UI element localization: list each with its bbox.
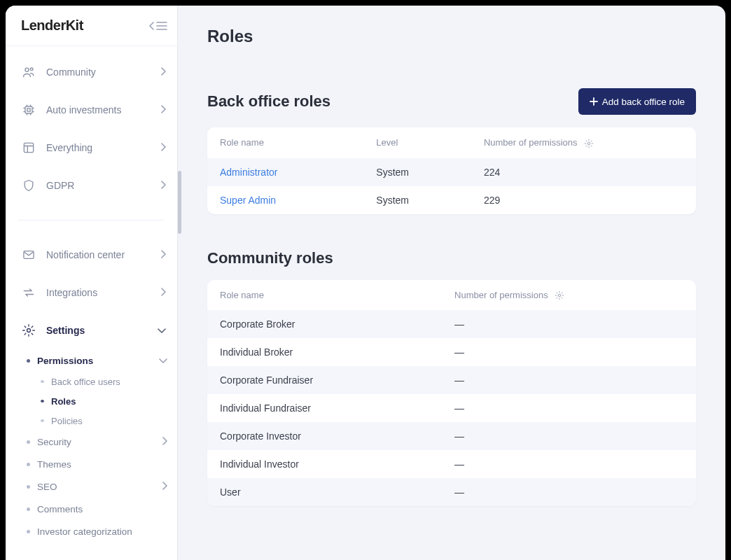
table-row[interactable]: User—: [207, 478, 696, 506]
sidebar-item-label: Auto investments: [46, 104, 160, 115]
sidebar-item-label: Settings: [46, 325, 158, 336]
gear-icon[interactable]: [555, 290, 564, 300]
brand-logo: LenderKit: [21, 18, 83, 34]
settings-sub-investor-categorization[interactable]: Investor categorization: [27, 520, 167, 542]
role-name-link[interactable]: Administrator: [220, 167, 277, 178]
sidebar-item-auto-investments[interactable]: Auto investments: [6, 91, 177, 129]
cell-role-name: Corporate Fundraiser: [207, 366, 442, 394]
chevron-right-icon: [160, 104, 166, 116]
nav-list: Community Auto investments Everything: [6, 46, 177, 560]
cell-role-name: Individual Investor: [207, 450, 442, 478]
bullet-icon: [41, 400, 44, 402]
chevron-right-icon: [160, 179, 166, 192]
sidebar-item-gdpr[interactable]: GDPR: [6, 167, 177, 204]
sidebar-item-settings[interactable]: Settings: [6, 312, 177, 349]
table-row[interactable]: Administrator System 224: [207, 158, 696, 186]
bullet-icon: [27, 530, 30, 533]
community-roles-table: Role name Number of permissions Corporat…: [207, 280, 696, 507]
table-row[interactable]: Corporate Fundraiser—: [207, 366, 696, 394]
chevron-right-icon: [160, 141, 166, 154]
chevron-down-icon: [159, 356, 167, 366]
column-header[interactable]: Role name: [207, 127, 363, 158]
cell-level: System: [363, 186, 471, 214]
settings-sub-security[interactable]: Security: [27, 430, 167, 453]
sync-icon: [21, 285, 36, 300]
permissions-sub-back-office-users[interactable]: Back office users: [41, 372, 167, 391]
settings-sub-permissions[interactable]: Permissions: [27, 349, 167, 372]
plus-icon: [590, 97, 598, 106]
settings-sub-themes[interactable]: Themes: [27, 453, 167, 475]
role-name-link[interactable]: Super Admin: [220, 195, 276, 206]
table-row[interactable]: Individual Broker—: [207, 338, 696, 366]
chevron-right-icon: [162, 482, 167, 492]
cell-role-name: Individual Fundraiser: [207, 394, 442, 422]
chevron-right-icon: [160, 248, 166, 261]
sidebar-collapse-button[interactable]: [149, 22, 167, 30]
cell-perm-count: —: [442, 422, 696, 450]
gear-icon: [21, 323, 36, 338]
column-header-label: Number of permissions: [484, 137, 578, 148]
cell-perm-count: —: [442, 394, 696, 422]
sidebar-item-community[interactable]: Community: [6, 53, 177, 91]
section-title: Community roles: [207, 249, 333, 267]
gear-icon[interactable]: [584, 139, 594, 148]
sub-item-label: Permissions: [37, 356, 93, 366]
column-header[interactable]: Number of permissions: [442, 280, 696, 311]
bullet-icon: [27, 463, 30, 466]
cell-perm-count: —: [442, 450, 696, 478]
chevron-down-icon: [158, 324, 166, 337]
table-row[interactable]: Corporate Investor—: [207, 422, 696, 450]
cell-level: System: [363, 158, 471, 186]
svg-point-6: [27, 329, 31, 332]
section-title: Back office roles: [207, 92, 330, 111]
sub-item-label: Investor categorization: [37, 526, 132, 537]
permissions-sub-roles[interactable]: Roles: [41, 391, 167, 411]
sub-item-label: Back office users: [51, 377, 120, 387]
add-back-office-role-button[interactable]: Add back office role: [578, 88, 696, 115]
sub-item-label: Policies: [51, 416, 83, 426]
chevron-left-icon: [149, 22, 155, 30]
column-header[interactable]: Number of permissions: [471, 127, 696, 158]
sidebar-item-everything[interactable]: Everything: [6, 129, 177, 167]
sidebar-item-notification-center[interactable]: Notification center: [6, 236, 177, 274]
users-icon: [21, 64, 36, 80]
table-row[interactable]: Individual Fundraiser—: [207, 394, 696, 422]
sub-item-label: Comments: [37, 504, 83, 514]
sidebar-item-label: Notification center: [46, 249, 160, 260]
sub-item-label: SEO: [37, 482, 57, 492]
divider: [18, 220, 165, 220]
sub-item-label: Security: [37, 437, 71, 447]
settings-sub-comments[interactable]: Comments: [27, 498, 167, 520]
section-community-roles: Community roles Role name Number of perm…: [207, 249, 696, 507]
sidebar-item-label: Integrations: [46, 287, 160, 298]
cell-perm-count: —: [442, 478, 696, 506]
table-row[interactable]: Super Admin System 229: [207, 186, 696, 214]
bullet-icon: [27, 485, 30, 489]
menu-icon: [156, 22, 167, 30]
permissions-sub-policies[interactable]: Policies: [41, 411, 167, 430]
sidebar-item-integrations[interactable]: Integrations: [6, 274, 177, 312]
chevron-right-icon: [162, 437, 167, 447]
svg-point-1: [30, 68, 33, 71]
svg-point-8: [559, 294, 562, 297]
column-header-label: Number of permissions: [454, 290, 548, 300]
sub-item-label: Themes: [37, 459, 71, 470]
layout-icon: [21, 140, 36, 155]
column-header[interactable]: Role name: [207, 280, 442, 311]
table-row[interactable]: Corporate Broker—: [207, 310, 696, 338]
svg-rect-2: [25, 106, 32, 113]
svg-rect-4: [24, 143, 33, 152]
back-office-roles-table: Role name Level Number of permissions: [207, 127, 696, 214]
cell-perm-count: 229: [471, 186, 696, 214]
cell-perm-count: —: [442, 366, 696, 394]
brand-bar: LenderKit: [6, 6, 177, 46]
svg-point-7: [587, 142, 590, 145]
table-row[interactable]: Individual Investor—: [207, 450, 696, 478]
shield-icon: [21, 178, 36, 193]
chevron-right-icon: [160, 66, 166, 78]
column-header[interactable]: Level: [363, 127, 471, 158]
main-content: Roles Back office roles Add back office …: [178, 6, 725, 560]
sidebar: LenderKit Community Auto investm: [6, 6, 178, 560]
sidebar-item-label: Community: [46, 66, 160, 78]
settings-sub-seo[interactable]: SEO: [27, 475, 167, 498]
